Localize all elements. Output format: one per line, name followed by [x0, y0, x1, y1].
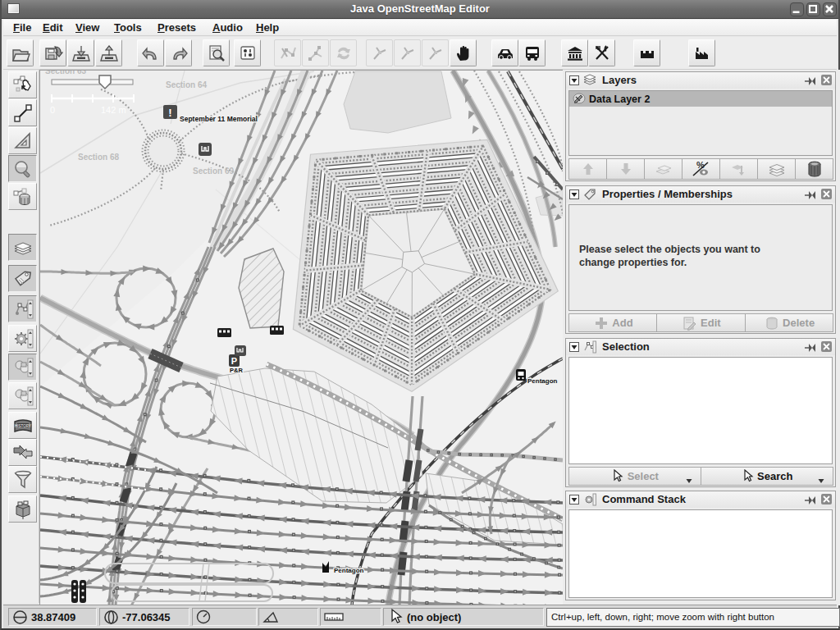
- svg-text:Section 68: Section 68: [78, 153, 119, 162]
- svg-text:P&R: P&R: [230, 367, 243, 374]
- svg-text:142 m: 142 m: [101, 105, 126, 115]
- svg-text:!: !: [168, 107, 171, 119]
- svg-text:Pentagon: Pentagon: [527, 377, 558, 385]
- svg-text:Section 63: Section 63: [45, 71, 86, 75]
- svg-text:Pentagon: Pentagon: [334, 567, 364, 574]
- svg-text:0: 0: [50, 105, 55, 115]
- svg-text:September 11 Memorial: September 11 Memorial: [180, 115, 258, 123]
- svg-text:Section 64: Section 64: [166, 80, 207, 89]
- svg-text:P: P: [231, 356, 237, 366]
- svg-text:HISTORY: HISTORY: [15, 423, 31, 427]
- svg-text:Section 69: Section 69: [193, 167, 234, 176]
